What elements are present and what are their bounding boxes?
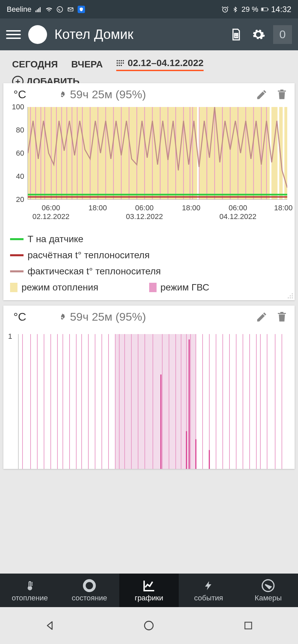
flame-icon	[58, 90, 67, 100]
trash-icon[interactable]	[276, 311, 288, 323]
chart-card-1: °C 59ч 25м (95%) 20406080100 06:0002.12.…	[3, 83, 295, 300]
date-tabs: СЕГОДНЯ ВЧЕРА 02.12–04.12.2022	[0, 50, 298, 74]
unit-label: °C	[13, 310, 26, 323]
svg-point-70	[292, 298, 293, 299]
shield-icon	[78, 6, 85, 13]
svg-rect-64	[283, 107, 284, 199]
svg-point-19	[117, 65, 118, 66]
svg-point-15	[117, 62, 118, 64]
svg-point-12	[119, 60, 120, 61]
bluetooth-icon	[231, 6, 239, 13]
tab-range-label: 02.12–04.12.2022	[128, 58, 204, 68]
svg-rect-9	[268, 8, 268, 10]
nav-status[interactable]: состояние	[59, 574, 119, 607]
flame-icon	[58, 312, 67, 322]
legend-heat-mode[interactable]: режим отопления	[10, 279, 149, 296]
svg-point-20	[119, 65, 120, 66]
svg-rect-8	[262, 8, 263, 10]
mail-icon	[67, 6, 74, 13]
nav-heating[interactable]: отопление	[0, 574, 59, 607]
burn-time-text: 59ч 25м (95%)	[70, 310, 146, 323]
burn-time-stat: 59ч 25м (95%)	[58, 88, 146, 101]
wifi-icon	[45, 6, 53, 13]
svg-point-21	[121, 65, 122, 66]
legend-dhw-mode[interactable]: режим ГВС	[149, 279, 288, 296]
svg-rect-1	[37, 9, 38, 12]
y-tick: 1	[8, 332, 12, 341]
nav-cameras[interactable]: Камеры	[239, 574, 298, 607]
signal-icon	[35, 6, 42, 13]
legend-sensor[interactable]: Т на датчике	[10, 231, 288, 247]
svg-rect-125	[245, 622, 252, 629]
camera-icon	[261, 578, 275, 593]
svg-point-122	[84, 581, 94, 591]
battery-pct: 29 %	[242, 5, 258, 14]
chart-legend: Т на датчике расчётная t° теплоносителя …	[3, 225, 295, 300]
android-status-bar: Beeline 29 % 14:32	[0, 0, 298, 18]
page-title: Котел Домик	[54, 27, 221, 42]
lightning-icon	[203, 578, 214, 593]
android-nav-bar	[0, 607, 298, 644]
svg-rect-2	[38, 8, 39, 12]
avatar[interactable]	[28, 25, 47, 44]
svg-point-121	[29, 587, 31, 589]
carrier-label: Beeline	[7, 5, 31, 14]
svg-rect-73	[115, 334, 196, 469]
burn-time-text: 59ч 25м (95%)	[70, 88, 146, 101]
svg-point-13	[121, 60, 122, 61]
app-header: Котел Домик 0	[0, 18, 298, 50]
tab-date-range[interactable]: 02.12–04.12.2022	[116, 58, 204, 71]
content-area: СЕГОДНЯ ВЧЕРА 02.12–04.12.2022 + ДОБАВИТ…	[0, 50, 298, 574]
resize-handle-icon[interactable]	[287, 293, 293, 299]
back-button[interactable]	[42, 618, 57, 633]
svg-point-17	[121, 62, 122, 64]
nav-events[interactable]: события	[179, 574, 238, 607]
svg-point-68	[292, 296, 293, 297]
calendar-grid-icon	[116, 59, 124, 67]
gear-icon[interactable]	[251, 27, 266, 42]
svg-point-67	[292, 293, 293, 294]
whatsapp-icon	[56, 6, 63, 13]
svg-point-4	[57, 6, 63, 12]
circle-icon	[83, 578, 96, 593]
notification-count[interactable]: 0	[273, 25, 292, 44]
chart-icon	[142, 578, 157, 593]
alarm-icon	[221, 6, 229, 13]
dhw-chart[interactable]: 1	[8, 328, 290, 469]
tab-today[interactable]: СЕГОДНЯ	[12, 59, 58, 70]
pencil-icon[interactable]	[256, 311, 268, 323]
svg-point-18	[123, 62, 124, 64]
svg-rect-0	[36, 10, 37, 12]
svg-point-14	[123, 60, 124, 61]
temperature-chart[interactable]: 20406080100 06:0002.12.202218:0006:0003.…	[8, 106, 290, 210]
chart-card-2: °C 59ч 25м (95%) 1	[3, 306, 295, 469]
svg-point-69	[290, 296, 291, 297]
svg-point-124	[145, 621, 154, 630]
svg-point-11	[117, 60, 118, 61]
svg-rect-63	[278, 107, 279, 199]
sim-icon[interactable]	[229, 27, 244, 42]
battery-icon	[261, 6, 268, 13]
recents-button[interactable]	[241, 618, 256, 633]
bottom-nav: отопление состояние графики события Каме…	[0, 574, 298, 607]
svg-rect-3	[40, 7, 41, 12]
svg-point-16	[119, 62, 120, 64]
legend-calc[interactable]: расчётная t° теплоносителя	[10, 247, 288, 263]
tab-yesterday[interactable]: ВЧЕРА	[71, 59, 103, 70]
burn-time-stat: 59ч 25м (95%)	[58, 310, 146, 323]
legend-actual[interactable]: фактическая t° теплоносителя	[10, 263, 288, 279]
svg-point-72	[288, 298, 289, 299]
clock-label: 14:32	[271, 5, 291, 14]
home-button[interactable]	[141, 618, 156, 633]
nav-charts[interactable]: графики	[119, 574, 179, 607]
trash-icon[interactable]	[276, 89, 288, 101]
pencil-icon[interactable]	[256, 89, 268, 101]
menu-button[interactable]	[6, 27, 21, 42]
unit-label: °C	[13, 88, 26, 101]
thermometer-icon	[25, 578, 35, 593]
svg-point-71	[290, 298, 291, 299]
